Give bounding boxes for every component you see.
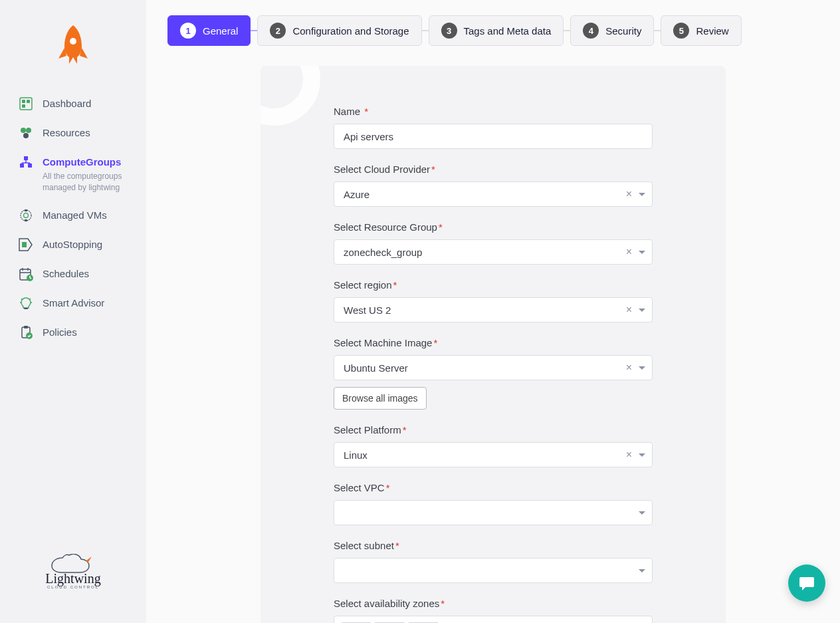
step-label: Configuration and Storage — [292, 25, 409, 37]
field-name: Name * — [334, 106, 653, 149]
vpc-select[interactable] — [334, 500, 653, 525]
wizard-stepper: 1 General 2 Configuration and Storage 3 … — [146, 15, 840, 46]
chevron-down-icon — [639, 511, 645, 515]
step-connector — [251, 30, 257, 31]
svg-rect-2 — [22, 100, 25, 103]
sidebar: Dashboard Resources ComputeGroups All th… — [0, 0, 146, 623]
chevron-down-icon — [639, 309, 645, 312]
step-review[interactable]: 5 Review — [661, 15, 741, 46]
svg-rect-34 — [24, 326, 28, 328]
region-label: Select region* — [334, 279, 653, 291]
clear-icon[interactable]: × — [622, 304, 636, 316]
svg-rect-20 — [22, 242, 27, 247]
required-asterisk: * — [433, 337, 437, 348]
field-vpc: Select VPC* — [334, 482, 653, 525]
sidebar-item-autostopping[interactable]: AutoStopping — [19, 230, 146, 259]
brand-logo — [0, 0, 146, 89]
chevron-down-icon — [639, 453, 645, 457]
required-asterisk: * — [431, 164, 435, 175]
select-value: Azure — [344, 189, 622, 200]
autostopping-icon — [19, 237, 33, 252]
subnet-label: Select subnet* — [334, 540, 653, 551]
sidebar-item-label: AutoStopping — [43, 237, 102, 252]
region-select[interactable]: West US 2 × — [334, 297, 653, 322]
platform-select[interactable]: Linux × — [334, 442, 653, 467]
sidebar-item-managed-vms[interactable]: Managed VMs — [19, 201, 146, 230]
field-availability-zones: Select availability zones* × 2 × 1 × 3 × — [334, 598, 653, 623]
svg-rect-9 — [20, 164, 24, 168]
platform-label: Select Platform* — [334, 424, 653, 436]
decor-circle — [261, 66, 320, 126]
name-label: Name * — [334, 106, 653, 117]
sidebar-item-resources[interactable]: Resources — [19, 118, 146, 148]
field-region: Select region* West US 2 × — [334, 279, 653, 322]
sidebar-item-schedules[interactable]: Schedules — [19, 259, 146, 289]
step-general[interactable]: 1 General — [167, 15, 251, 46]
resources-icon — [19, 126, 33, 140]
step-number: 4 — [583, 23, 599, 39]
clear-icon[interactable]: × — [622, 362, 636, 374]
rg-label: Select Resource Group* — [334, 221, 653, 233]
rocket-icon — [56, 24, 90, 69]
clear-icon[interactable]: × — [622, 188, 636, 200]
sidebar-item-desc: All the computegroups managed by lightwi… — [43, 171, 136, 193]
select-value: zonecheck_group — [344, 247, 622, 258]
sidebar-item-computegroups[interactable]: ComputeGroups All the computegroups mana… — [19, 148, 146, 201]
sidebar-item-dashboard[interactable]: Dashboard — [19, 89, 146, 118]
select-value: West US 2 — [344, 305, 622, 316]
sidebar-item-label: Dashboard — [43, 96, 91, 111]
schedules-icon — [19, 267, 33, 281]
cloud-label: Select Cloud Provider* — [334, 164, 653, 175]
step-label: Tags and Meta data — [464, 25, 552, 37]
clear-icon[interactable]: × — [622, 449, 636, 461]
chat-launcher-button[interactable] — [788, 564, 825, 602]
svg-point-15 — [21, 210, 31, 221]
policies-icon — [19, 325, 33, 340]
required-asterisk: * — [395, 540, 399, 551]
sidebar-item-smart-advisor[interactable]: Smart Advisor — [19, 289, 146, 318]
required-asterisk: * — [393, 279, 397, 291]
form-card: Name * Select Cloud Provider* Azure × Se… — [261, 66, 726, 623]
sidebar-item-label: Policies — [43, 325, 77, 340]
chevron-down-icon — [639, 193, 645, 196]
svg-line-27 — [30, 278, 31, 279]
svg-rect-1 — [20, 98, 32, 110]
svg-rect-17 — [25, 209, 27, 211]
step-connector — [422, 30, 429, 31]
sidebar-item-label: ComputeGroups — [43, 155, 136, 170]
field-resource-group: Select Resource Group* zonecheck_group × — [334, 221, 653, 265]
zones-multiselect[interactable]: × 2 × 1 × 3 × — [334, 616, 653, 623]
svg-rect-18 — [25, 219, 27, 221]
required-asterisk: * — [403, 424, 407, 436]
step-connector — [654, 30, 661, 31]
cloud-select[interactable]: Azure × — [334, 182, 653, 207]
rg-select[interactable]: zonecheck_group × — [334, 239, 653, 265]
step-tags[interactable]: 3 Tags and Meta data — [429, 15, 564, 46]
clear-icon[interactable]: × — [622, 246, 636, 258]
chevron-down-icon — [639, 569, 645, 572]
svg-rect-10 — [28, 164, 32, 168]
step-security[interactable]: 4 Security — [570, 15, 654, 46]
step-label: Security — [605, 25, 641, 37]
step-number: 3 — [441, 23, 457, 39]
main-content: 1 General 2 Configuration and Storage 3 … — [146, 0, 840, 623]
select-value: Ubuntu Server — [344, 362, 622, 374]
step-configuration[interactable]: 2 Configuration and Storage — [257, 15, 421, 46]
sidebar-item-policies[interactable]: Policies — [19, 318, 146, 347]
zones-label: Select availability zones* — [334, 598, 653, 609]
sidebar-item-label: Managed VMs — [43, 208, 107, 223]
svg-point-7 — [23, 133, 29, 138]
sidebar-item-label: Smart Advisor — [43, 296, 104, 311]
subnet-select[interactable] — [334, 558, 653, 583]
computegroups-icon — [19, 155, 33, 170]
image-select[interactable]: Ubuntu Server × — [334, 355, 653, 380]
chat-icon — [797, 574, 816, 592]
browse-images-button[interactable]: Browse all images — [334, 387, 427, 410]
chevron-down-icon — [639, 366, 645, 370]
svg-rect-3 — [27, 100, 30, 103]
name-input[interactable] — [334, 124, 653, 149]
step-label: Review — [696, 25, 728, 37]
svg-rect-8 — [24, 156, 28, 160]
field-platform: Select Platform* Linux × — [334, 424, 653, 467]
step-number: 5 — [673, 23, 689, 39]
